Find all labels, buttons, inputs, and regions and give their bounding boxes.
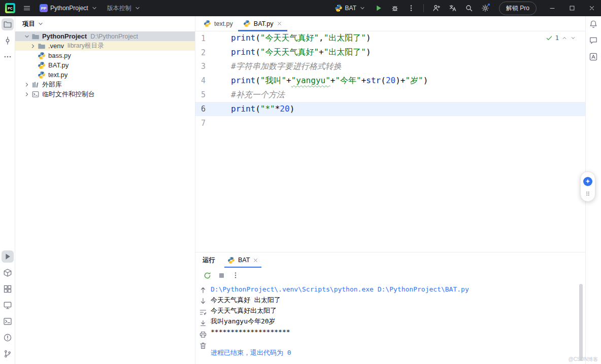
chevron-down-icon xyxy=(134,5,141,12)
close-button[interactable] xyxy=(582,0,601,16)
folder-icon xyxy=(31,32,40,41)
tree-item-label: BAT.py xyxy=(48,61,69,69)
ai-chat-button[interactable] xyxy=(587,34,599,47)
person-plus-icon xyxy=(432,4,441,12)
chevron-down-icon xyxy=(91,5,98,12)
tree-item-3[interactable]: BAT.py xyxy=(15,60,195,70)
inspection-count: 1 xyxy=(555,34,559,42)
stop-icon xyxy=(218,272,225,279)
clear-all-button[interactable] xyxy=(197,341,209,350)
python-icon xyxy=(38,61,46,69)
tab-close-icon[interactable] xyxy=(277,21,282,26)
run-config-widget[interactable]: BAT xyxy=(330,0,370,16)
code-line-5[interactable]: 5#补充一个方法 xyxy=(195,88,585,102)
code-line-3[interactable]: 3#字符串加数字要进行格式转换 xyxy=(195,60,585,74)
code-line-1[interactable]: 1print("今天天气真好","出太阳了") xyxy=(195,31,585,46)
commit-tool-button[interactable] xyxy=(2,34,14,47)
chevron-right-icon[interactable] xyxy=(23,91,30,98)
code-line-7[interactable]: 7 xyxy=(195,116,585,130)
minimize-button[interactable] xyxy=(543,0,561,16)
console-line-1[interactable]: D:\PythonProject\.venv\Scripts\python.ex… xyxy=(211,284,585,295)
tree-item-label: bass.py xyxy=(48,52,71,59)
code-with-me-button[interactable] xyxy=(429,0,444,16)
main-menu-button[interactable] xyxy=(19,0,35,16)
run-tab[interactable]: BAT xyxy=(223,252,262,268)
stop-button[interactable] xyxy=(215,269,228,281)
soft-wrap-button[interactable] xyxy=(197,307,209,317)
floating-assistant[interactable] xyxy=(580,171,595,202)
code-area: 1print("今天天气真好","出太阳了")2print("今天天气真好"+"… xyxy=(195,31,585,130)
code-token: ) xyxy=(395,76,400,85)
run-tool-button[interactable] xyxy=(2,250,14,263)
vcs-label: 版本控制 xyxy=(107,4,131,13)
code-token: + xyxy=(286,76,291,85)
next-occurrence-button[interactable] xyxy=(197,296,209,306)
search-everywhere-button[interactable] xyxy=(461,0,477,16)
folder-icon xyxy=(38,42,46,50)
scroll-to-end-button[interactable] xyxy=(197,318,209,328)
print-button[interactable] xyxy=(197,330,209,339)
python-console-tool-button[interactable] xyxy=(2,299,14,311)
tree-item-1[interactable]: .venvlibrary根目录 xyxy=(15,41,195,51)
more-run-actions-button[interactable] xyxy=(404,0,419,16)
chevron-right-icon[interactable] xyxy=(23,81,30,88)
chevron-right-icon[interactable] xyxy=(29,43,37,50)
console-output[interactable]: D:\PythonProject\.venv\Scripts\python.ex… xyxy=(211,283,585,364)
settings-button[interactable] xyxy=(478,0,493,16)
project-widget[interactable]: PP PythonProject xyxy=(36,0,102,16)
line-number: 5 xyxy=(195,90,231,99)
translator-button[interactable] xyxy=(587,51,599,63)
tab-close-icon[interactable] xyxy=(253,258,258,263)
project-panel-header[interactable]: 项目 xyxy=(15,16,195,31)
code-editor[interactable]: 1print("今天天气真好","出太阳了")2print("今天天气真好"+"… xyxy=(195,31,585,252)
terminal-tool-button[interactable] xyxy=(2,315,14,327)
more-tools-button[interactable] xyxy=(2,51,14,63)
prev-occurrence-button[interactable] xyxy=(197,285,209,295)
translate-button[interactable] xyxy=(445,0,460,16)
ai-assistant-icon[interactable] xyxy=(583,176,593,187)
tree-item-6[interactable]: 临时文件和控制台 xyxy=(15,89,195,99)
code-line-6[interactable]: 6print("*"*20) xyxy=(195,102,585,116)
tree-item-4[interactable]: text.py xyxy=(15,70,195,80)
editor-tab-BAT.py[interactable]: BAT.py xyxy=(238,16,287,31)
tree-item-label: PythonProject xyxy=(42,32,87,40)
python-packages-tool-button[interactable] xyxy=(2,267,14,279)
code-token: "岁" xyxy=(405,76,423,85)
code-text: print("我叫"+"yangyu"+"今年"+str(20)+"岁") xyxy=(231,76,428,86)
tree-item-2[interactable]: bass.py xyxy=(15,51,195,60)
unlock-pro-button[interactable]: 解锁 Pro xyxy=(499,2,537,15)
console-scrollbar[interactable] xyxy=(579,284,583,361)
services-tool-button[interactable] xyxy=(2,283,14,295)
code-token: ) xyxy=(366,33,371,43)
chevron-down-icon[interactable] xyxy=(23,33,30,40)
problems-tool-button[interactable] xyxy=(2,332,14,344)
code-text: print("今天天气真好","出太阳了") xyxy=(231,33,371,44)
code-token: "出太阳了" xyxy=(324,33,366,43)
console-more-button[interactable] xyxy=(229,269,242,281)
hamburger-menu-icon xyxy=(23,4,31,12)
chevron-up-icon[interactable] xyxy=(561,35,567,41)
tab-label: BAT.py xyxy=(254,20,274,27)
code-token: "*" xyxy=(260,104,275,114)
vcs-widget[interactable]: 版本控制 xyxy=(103,0,145,16)
inspections-widget[interactable]: 1 xyxy=(546,34,576,42)
project-badge: PP xyxy=(40,4,48,12)
code-text: #补充一个方法 xyxy=(231,90,285,100)
debug-button[interactable] xyxy=(387,0,403,16)
console-line-6 xyxy=(211,338,585,348)
version-control-tool-button[interactable] xyxy=(2,348,14,360)
rerun-button[interactable] xyxy=(201,269,214,281)
tree-item-0[interactable]: PythonProjectD:\PythonProject xyxy=(15,31,195,41)
chevron-down-icon[interactable] xyxy=(570,35,576,41)
editor-tab-text.py[interactable]: text.py xyxy=(198,16,238,31)
code-line-4[interactable]: 4print("我叫"+"yangyu"+"今年"+str(20)+"岁") xyxy=(195,74,585,88)
drag-handle-icon[interactable] xyxy=(584,190,591,197)
run-button[interactable] xyxy=(371,0,386,16)
code-line-2[interactable]: 2print("今天天气真好"+"出太阳了") xyxy=(195,46,585,60)
code-token: str xyxy=(366,76,381,85)
notifications-button[interactable] xyxy=(587,18,599,30)
tree-item-5[interactable]: 外部库 xyxy=(15,80,195,89)
project-tool-button[interactable] xyxy=(2,18,14,30)
maximize-button[interactable] xyxy=(562,0,581,16)
maximize-icon xyxy=(569,5,576,12)
